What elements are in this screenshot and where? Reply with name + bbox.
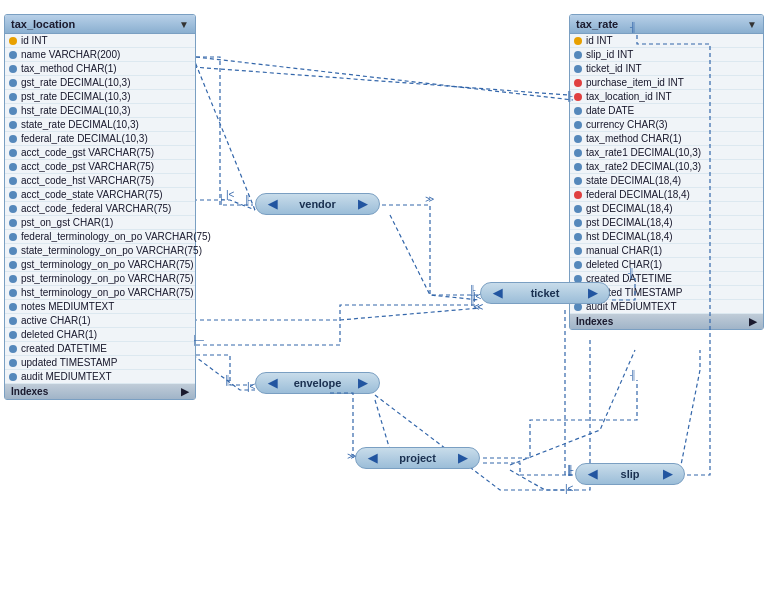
svg-text:╢: ╢ — [629, 369, 636, 381]
field-gst-term: gst_terminology_on_po VARCHAR(75) — [5, 258, 195, 272]
entity-label-project: project — [399, 452, 436, 464]
field-pst-term: pst_terminology_on_po VARCHAR(75) — [5, 272, 195, 286]
field-federal-term: federal_terminology_on_po VARCHAR(75) — [5, 230, 195, 244]
field-gst-rate: gst_rate DECIMAL(10,3) — [5, 76, 195, 90]
tr-field-tax-method: tax_method CHAR(1) — [570, 132, 763, 146]
field-icon — [9, 247, 17, 255]
entity-ticket[interactable]: ◀ ticket ▶ — [480, 282, 610, 304]
table-tax-location: tax_location ▼ id INT name VARCHAR(200) … — [4, 14, 196, 400]
svg-text:|<: |< — [565, 483, 574, 494]
field-federal-rate: federal_rate DECIMAL(10,3) — [5, 132, 195, 146]
table-header-tax-location[interactable]: tax_location ▼ — [5, 15, 195, 34]
right-arrow-icon: ▶ — [358, 376, 367, 390]
fk-icon — [574, 191, 582, 199]
field-audit: audit MEDIUMTEXT — [5, 370, 195, 384]
field-hst-term: hst_terminology_on_po VARCHAR(75) — [5, 286, 195, 300]
field-hst-rate: hst_rate DECIMAL(10,3) — [5, 104, 195, 118]
entity-slip[interactable]: ◀ slip ▶ — [575, 463, 685, 485]
svg-text:╟: ╟ — [566, 464, 573, 476]
field-state-term: state_terminology_on_po VARCHAR(75) — [5, 244, 195, 258]
field-icon — [9, 149, 17, 157]
field-tax-method: tax_method CHAR(1) — [5, 62, 195, 76]
field-icon — [9, 93, 17, 101]
right-arrow-icon: ▶ — [588, 286, 597, 300]
table-title-tax-location: tax_location — [11, 18, 75, 30]
field-icon — [9, 65, 17, 73]
svg-line-23 — [196, 57, 573, 100]
field-icon — [574, 233, 582, 241]
entity-label-vendor: vendor — [299, 198, 336, 210]
entity-label-ticket: ticket — [531, 287, 560, 299]
field-icon — [574, 51, 582, 59]
field-icon — [9, 219, 17, 227]
indexes-section-tax-rate[interactable]: Indexes ▶ — [570, 314, 763, 329]
field-icon — [574, 135, 582, 143]
field-icon — [574, 177, 582, 185]
fk-icon — [574, 79, 582, 87]
field-created: created DATETIME — [5, 342, 195, 356]
dropdown-icon-tax-location[interactable]: ▼ — [179, 19, 189, 30]
field-icon — [574, 149, 582, 157]
field-icon — [574, 261, 582, 269]
entity-envelope[interactable]: ◀ envelope ▶ — [255, 372, 380, 394]
field-icon — [9, 233, 17, 241]
field-icon — [9, 163, 17, 171]
field-deleted: deleted CHAR(1) — [5, 328, 195, 342]
right-arrow-icon: ▶ — [663, 467, 672, 481]
indexes-section-tax-location[interactable]: Indexes ▶ — [5, 384, 195, 399]
field-icon — [574, 247, 582, 255]
svg-text:╟: ╟ — [469, 294, 476, 306]
field-icon — [9, 205, 17, 213]
tr-field-slip-id: slip_id INT — [570, 48, 763, 62]
svg-text:≫: ≫ — [425, 194, 434, 204]
left-arrow-icon: ◀ — [588, 467, 597, 481]
tr-field-deleted: deleted CHAR(1) — [570, 258, 763, 272]
field-active: active CHAR(1) — [5, 314, 195, 328]
key-icon — [574, 37, 582, 45]
tr-field-state: state DECIMAL(18,4) — [570, 174, 763, 188]
right-arrow-icon: ▶ — [458, 451, 467, 465]
field-acct-federal: acct_code_federal VARCHAR(75) — [5, 202, 195, 216]
entity-vendor[interactable]: ◀ vendor ▶ — [255, 193, 380, 215]
left-arrow-icon: ◀ — [493, 286, 502, 300]
field-icon — [9, 289, 17, 297]
field-icon — [9, 191, 17, 199]
svg-text:╟: ╟ — [469, 284, 476, 296]
svg-text:≪: ≪ — [473, 301, 483, 312]
left-arrow-icon: ◀ — [268, 197, 277, 211]
tr-field-manual: manual CHAR(1) — [570, 244, 763, 258]
field-icon — [9, 135, 17, 143]
field-acct-pst: acct_code_pst VARCHAR(75) — [5, 160, 195, 174]
field-updated: updated TIMESTAMP — [5, 356, 195, 370]
entity-project[interactable]: ◀ project ▶ — [355, 447, 480, 469]
tr-field-ticket-id: ticket_id INT — [570, 62, 763, 76]
field-id: id INT — [5, 34, 195, 48]
field-state-rate: state_rate DECIMAL(10,3) — [5, 118, 195, 132]
svg-text:╟: ╟ — [224, 374, 231, 386]
svg-text:╟: ╟ — [567, 464, 574, 476]
field-icon — [9, 177, 17, 185]
svg-text:|<: |< — [226, 189, 235, 200]
table-title-tax-rate: tax_rate — [576, 18, 618, 30]
field-acct-state: acct_code_state VARCHAR(75) — [5, 188, 195, 202]
tr-field-hst: hst DECIMAL(18,4) — [570, 230, 763, 244]
tr-field-tax-location-id: tax_location_id INT — [570, 90, 763, 104]
left-arrow-icon: ◀ — [268, 376, 277, 390]
table-header-tax-rate[interactable]: tax_rate ▼ — [570, 15, 763, 34]
tr-field-currency: currency CHAR(3) — [570, 118, 763, 132]
field-icon — [9, 261, 17, 269]
key-icon — [9, 37, 17, 45]
field-icon — [574, 121, 582, 129]
field-icon — [9, 107, 17, 115]
field-icon — [9, 51, 17, 59]
right-arrow-icon: ▶ — [358, 197, 367, 211]
svg-line-0 — [193, 57, 255, 210]
field-icon — [574, 163, 582, 171]
dropdown-icon-tax-rate[interactable]: ▼ — [747, 19, 757, 30]
field-notes: notes MEDIUMTEXT — [5, 300, 195, 314]
entity-label-envelope: envelope — [294, 377, 342, 389]
field-icon — [9, 331, 17, 339]
field-icon — [9, 303, 17, 311]
field-icon — [9, 275, 17, 283]
field-icon — [574, 219, 582, 227]
